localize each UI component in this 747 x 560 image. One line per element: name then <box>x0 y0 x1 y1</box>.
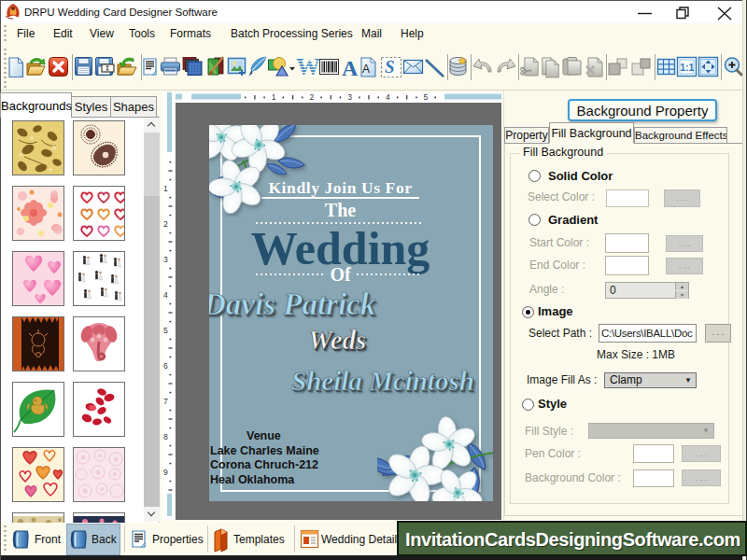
svg-text:1:1: 1:1 <box>680 62 694 73</box>
svg-text:A: A <box>342 56 359 80</box>
svg-text:S: S <box>385 57 395 77</box>
svg-text:A: A <box>362 63 370 76</box>
